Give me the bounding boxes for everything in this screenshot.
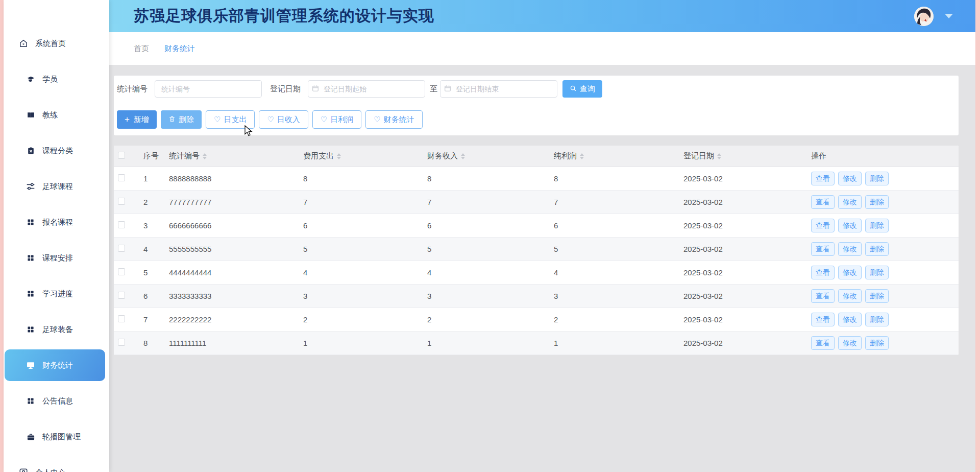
sidebar-item-profile-center[interactable]: 个人中心	[4, 455, 109, 472]
row-checkbox[interactable]	[118, 315, 125, 322]
row-checkbox[interactable]	[118, 268, 125, 275]
cell-income: 7	[424, 198, 551, 206]
cell-expense: 6	[300, 221, 424, 230]
avatar[interactable]	[914, 7, 934, 26]
col-income: 财务收入	[424, 151, 551, 161]
delete-row-button[interactable]: 删除	[865, 172, 889, 185]
cell-date: 2025-03-02	[680, 292, 808, 300]
sidebar-item-label: 轮播图管理	[42, 432, 81, 442]
view-button[interactable]: 查看	[811, 219, 835, 232]
cell-expense: 3	[300, 292, 424, 300]
sidebar-item-football-equipment[interactable]: 足球装备	[4, 312, 109, 347]
daily-income-button[interactable]: ♡ 日收入	[259, 110, 308, 129]
sidebar-item-enroll-courses[interactable]: 报名课程	[4, 204, 109, 240]
sidebar-item-label: 课程分类	[42, 146, 73, 156]
chevron-down-icon[interactable]	[945, 14, 953, 18]
sort-icon[interactable]	[203, 153, 207, 159]
edit-button[interactable]: 修改	[838, 195, 862, 209]
view-button[interactable]: 查看	[811, 266, 835, 279]
sort-icon[interactable]	[461, 153, 465, 159]
grid-icon	[26, 218, 35, 227]
cell-income: 8	[424, 174, 551, 183]
cell-index: 8	[140, 339, 166, 347]
edit-button[interactable]: 修改	[838, 336, 862, 350]
right-edge-strip	[975, 0, 980, 472]
cell-sn: 3333333333	[166, 292, 300, 300]
sidebar-item-system-home[interactable]: 系统首页	[4, 26, 109, 61]
sort-icon[interactable]	[717, 153, 721, 159]
row-checkbox[interactable]	[118, 292, 125, 299]
edit-button[interactable]: 修改	[838, 219, 862, 232]
edit-button[interactable]: 修改	[838, 313, 862, 326]
view-button[interactable]: 查看	[811, 242, 835, 256]
cell-sn: 5555555555	[166, 245, 300, 253]
row-checkbox[interactable]	[118, 198, 125, 205]
search-button[interactable]: 查询	[562, 80, 602, 98]
row-checkbox[interactable]	[118, 221, 125, 228]
daily-expense-button[interactable]: ♡ 日支出	[206, 110, 255, 129]
sidebar-item-football-courses[interactable]: 足球课程	[4, 169, 109, 204]
sidebar-item-learning-progress[interactable]: 学习进度	[4, 276, 109, 312]
sidebar-item-course-category[interactable]: 课程分类	[4, 133, 109, 169]
date-end-input[interactable]	[440, 80, 557, 98]
sidebar-item-label: 学习进度	[42, 289, 73, 299]
view-button[interactable]: 查看	[811, 313, 835, 326]
sidebar-item-label: 财务统计	[42, 361, 73, 370]
cell-index: 3	[140, 221, 166, 230]
col-expense: 费用支出	[300, 151, 424, 161]
home-icon	[19, 39, 28, 48]
page: 系统首页 学员 教练 课程分类 足球课程	[0, 0, 980, 472]
delete-button[interactable]: 删除	[161, 110, 202, 129]
sidebar-item-label: 足球课程	[42, 182, 73, 192]
cell-income: 6	[424, 221, 551, 230]
delete-row-button[interactable]: 删除	[865, 289, 889, 303]
sort-icon[interactable]	[337, 153, 341, 159]
select-all-checkbox[interactable]	[118, 152, 125, 159]
sidebar-item-announcements[interactable]: 公告信息	[4, 383, 109, 419]
breadcrumb-current[interactable]: 财务统计	[164, 44, 195, 54]
sidebar-item-students[interactable]: 学员	[4, 61, 109, 97]
view-button[interactable]: 查看	[811, 289, 835, 303]
edit-button[interactable]: 修改	[838, 242, 862, 256]
delete-row-button[interactable]: 删除	[865, 336, 889, 350]
sidebar-item-carousel-management[interactable]: 轮播图管理	[4, 419, 109, 455]
sort-icon[interactable]	[580, 153, 584, 159]
edit-button[interactable]: 修改	[838, 172, 862, 185]
add-button[interactable]: + 新增	[117, 110, 157, 129]
delete-row-button[interactable]: 删除	[865, 219, 889, 232]
grid-icon	[26, 253, 35, 263]
sidebar-item-finance-stats[interactable]: 财务统计	[5, 349, 105, 381]
sidebar-item-coaches[interactable]: 教练	[4, 97, 109, 133]
cell-profit: 7	[551, 198, 680, 206]
date-filter-label: 登记日期	[270, 84, 301, 94]
delete-row-button[interactable]: 删除	[865, 313, 889, 326]
view-button[interactable]: 查看	[811, 336, 835, 350]
grid-icon	[26, 325, 35, 334]
cell-index: 2	[140, 198, 166, 206]
edit-button[interactable]: 修改	[838, 289, 862, 303]
page-title: 苏强足球俱乐部青训管理系统的设计与实现	[134, 6, 434, 27]
cell-profit: 1	[551, 339, 680, 347]
breadcrumb-home[interactable]: 首页	[134, 44, 149, 54]
row-checkbox[interactable]	[118, 174, 125, 181]
heart-icon: ♡	[321, 115, 327, 124]
clipboard-x-icon	[26, 146, 35, 155]
table-header-row: 序号 统计编号 费用支出 财务收入 纯利润 登记日期 操作	[114, 146, 959, 167]
sidebar-item-course-schedule[interactable]: 课程安排	[4, 240, 109, 276]
finance-stats-button[interactable]: ♡ 财务统计	[365, 110, 422, 129]
daily-profit-button[interactable]: ♡ 日利润	[312, 110, 361, 129]
row-checkbox[interactable]	[118, 339, 125, 346]
view-button[interactable]: 查看	[811, 195, 835, 209]
view-button[interactable]: 查看	[811, 172, 835, 185]
sn-filter-input[interactable]	[155, 80, 262, 98]
cell-index: 4	[140, 245, 166, 253]
sidebar-item-label: 公告信息	[42, 396, 73, 406]
cell-date: 2025-03-02	[680, 268, 808, 277]
edit-button[interactable]: 修改	[838, 266, 862, 279]
date-start-input[interactable]	[308, 80, 425, 98]
row-checkbox[interactable]	[118, 245, 125, 252]
delete-row-button[interactable]: 删除	[865, 242, 889, 256]
cell-date: 2025-03-02	[680, 221, 808, 230]
delete-row-button[interactable]: 删除	[865, 266, 889, 279]
delete-row-button[interactable]: 删除	[865, 195, 889, 209]
